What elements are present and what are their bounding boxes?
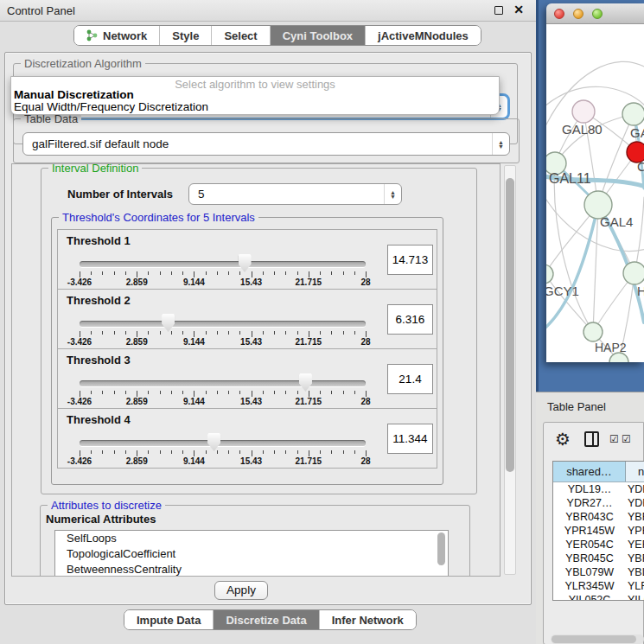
- slider-thumb[interactable]: [239, 254, 252, 272]
- table-row[interactable]: YIL052CYIL0: [553, 593, 644, 601]
- main-scrollbar: [504, 165, 516, 575]
- apply-button[interactable]: Apply: [214, 581, 268, 600]
- table-row[interactable]: YER054CYER0: [553, 538, 644, 552]
- table-data-combo[interactable]: galFiltered.sif default node ▲▼: [22, 132, 510, 156]
- table-row[interactable]: YBR045CYBR0: [553, 552, 644, 565]
- algorithm-dropdown-popup: Select algorithm to view settings Manual…: [10, 76, 500, 115]
- slider-tick-label: 28: [360, 337, 370, 347]
- column-layout-icon[interactable]: [584, 431, 599, 447]
- tab-impute-data[interactable]: Impute Data: [124, 610, 213, 629]
- threshold-value-field[interactable]: 14.713: [387, 245, 433, 275]
- network-window-titlebar[interactable]: [546, 3, 644, 24]
- main-scrollbar-thumb[interactable]: [506, 178, 514, 472]
- thresholds-label: Threshold's Coordinates for 5 Intervals: [59, 211, 258, 224]
- threshold-value-field[interactable]: 6.316: [387, 304, 433, 335]
- list-scrollbar-thumb[interactable]: [437, 532, 445, 565]
- panel-title: Control Panel: [7, 4, 75, 17]
- table-row[interactable]: YLR345WYLR3: [553, 579, 644, 593]
- threshold-label: Threshold 4: [67, 413, 131, 426]
- table-cell: YLR345W: [553, 579, 626, 593]
- tab-style[interactable]: Style: [159, 26, 211, 45]
- close-icon[interactable]: ✕: [513, 3, 524, 16]
- slider-track[interactable]: [80, 321, 366, 327]
- slider-tick: [263, 450, 264, 454]
- threshold-value-field[interactable]: 21.4: [387, 364, 433, 394]
- table-row[interactable]: YBR043CYBR0: [553, 510, 644, 524]
- slider-tick-label: 21.715: [296, 277, 322, 287]
- slider-tick: [285, 271, 286, 275]
- table-cell: YBR0: [626, 552, 644, 565]
- slider-track[interactable]: [80, 380, 366, 386]
- table-cell: YDL19…: [553, 482, 626, 496]
- slider-tick: [320, 391, 321, 394]
- attribute-item[interactable]: TopologicalCoefficient: [55, 546, 448, 562]
- close-traffic-light-icon[interactable]: [554, 9, 564, 19]
- network-node-label: GAL11: [549, 171, 591, 186]
- slider-tick: [206, 391, 207, 394]
- tab-infer-network[interactable]: Infer Network: [319, 610, 416, 629]
- table-panel: Table Panel ⚙ ☑ ☑ shared…na YDL19…YDL1YD…: [536, 392, 644, 644]
- slider-thumb[interactable]: [162, 314, 175, 332]
- tab-cyni-toolbox[interactable]: Cyni Toolbox: [270, 26, 365, 45]
- network-node[interactable]: [572, 100, 595, 123]
- threshold-label: Threshold 2: [67, 294, 131, 307]
- popup-item-1[interactable]: Manual Discretization: [11, 89, 499, 101]
- slider-tick: [217, 331, 218, 335]
- slider-tick: [114, 271, 115, 275]
- minimize-traffic-light-icon[interactable]: [573, 9, 583, 19]
- network-canvas[interactable]: GACGAL11GAL4GCY1HHAP2GAL80: [546, 24, 644, 362]
- slider-thumb[interactable]: [299, 373, 312, 392]
- slider-thumb[interactable]: [207, 433, 220, 451]
- zoom-traffic-light-icon[interactable]: [592, 9, 603, 19]
- slider-track[interactable]: [80, 261, 366, 267]
- slider-tick: [263, 271, 264, 275]
- popup-item-2[interactable]: Equal Width/Frequency Discretization: [11, 101, 499, 113]
- threshold-value-field[interactable]: 11.344: [387, 424, 433, 454]
- table-row[interactable]: YPR145WYPR1: [553, 524, 644, 538]
- table-data-group: Table Data galFiltered.sif default node …: [13, 118, 520, 163]
- network-node-label: C: [637, 159, 644, 174]
- tab-discretize-data[interactable]: Discretize Data: [213, 610, 318, 629]
- tab-network[interactable]: Network: [74, 26, 159, 45]
- slider-track[interactable]: [80, 440, 366, 446]
- network-node[interactable]: [622, 103, 644, 125]
- threshold-row: Threshold 2-3.4262.8599.14415.4321.71528…: [57, 289, 437, 349]
- tab-select[interactable]: Select: [211, 26, 269, 45]
- slider-tick: [125, 271, 126, 275]
- threshold-label: Threshold 3: [67, 354, 131, 367]
- slider-tick: [366, 391, 367, 397]
- combo-stepper-icon[interactable]: ▲▼: [384, 184, 401, 204]
- combo-stepper-icon[interactable]: ▲▼: [492, 133, 509, 155]
- network-node[interactable]: [546, 265, 553, 284]
- network-node[interactable]: [583, 322, 603, 341]
- attribute-item[interactable]: BetweennessCentrality: [55, 562, 448, 577]
- table-cell: YBR043C: [553, 510, 626, 524]
- cyni-toolbox-panel: Discretization Algorithm ▲▼ Table Data g…: [4, 52, 532, 605]
- slider-tick: [137, 271, 137, 277]
- slider-tick: [171, 271, 172, 275]
- slider-tick: [331, 450, 332, 454]
- network-node[interactable]: [623, 262, 644, 284]
- slider-tick: [252, 331, 252, 337]
- slider-tick: [160, 271, 161, 275]
- table-row[interactable]: YBL079WYBL0: [553, 565, 644, 579]
- number-of-intervals-combo[interactable]: 5 ▲▼: [188, 183, 402, 205]
- slider-tick: [228, 331, 229, 335]
- table-hscrollbar-thumb[interactable]: [552, 635, 636, 643]
- interval-definition-label: Interval Definition: [48, 163, 142, 175]
- slider-tick: [194, 331, 194, 337]
- slider-tick-label: 28: [360, 277, 370, 287]
- checkbox-icon[interactable]: ☑: [609, 433, 619, 445]
- table-column-header[interactable]: na: [626, 462, 644, 481]
- slider-tick: [194, 271, 194, 277]
- network-node-label: GAL80: [562, 122, 603, 137]
- attribute-item[interactable]: SelfLoops: [55, 531, 448, 546]
- gear-icon[interactable]: ⚙: [555, 429, 571, 450]
- table-row[interactable]: YDR27…YDR2: [553, 496, 644, 510]
- table-row[interactable]: YDL19…YDL1: [553, 482, 644, 496]
- float-window-icon[interactable]: [494, 6, 503, 15]
- table-column-header[interactable]: shared…: [553, 462, 626, 481]
- slider-tick: [160, 391, 161, 394]
- tab-jactivemnodules[interactable]: jActiveMNodules: [365, 26, 481, 45]
- checkbox-icon[interactable]: ☑: [622, 433, 631, 445]
